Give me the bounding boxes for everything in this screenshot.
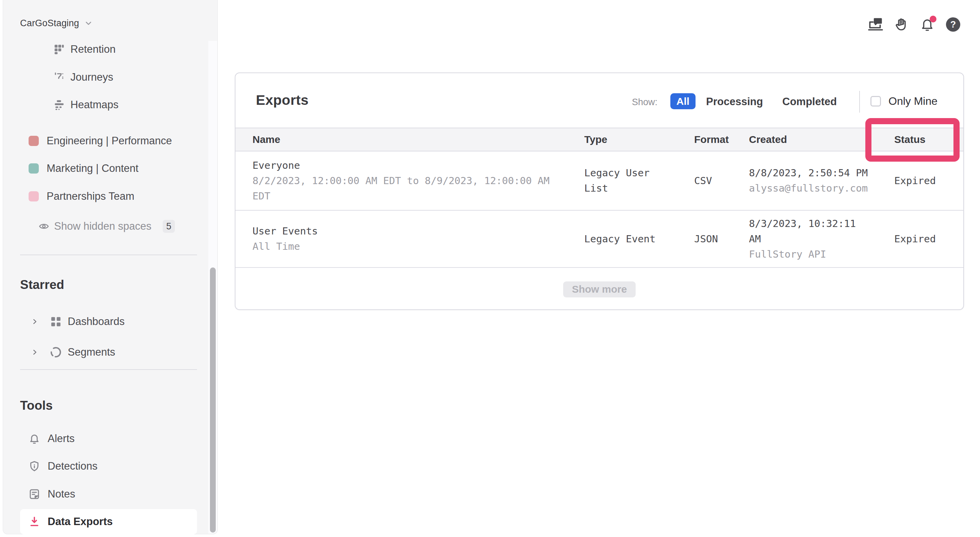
sidebar-item-label: Detections [48,460,97,472]
note-icon [28,488,40,500]
segments-icon [49,346,63,359]
table-row: Everyone 8/2/2023, 12:00:00 AM EDT to 8/… [235,151,963,210]
sidebar-item-label: Alerts [48,432,75,445]
cell-created: 8/8/2023, 2:50:54 PM alyssa@fullstory.co… [749,166,871,196]
workspace-name: CarGoStaging [20,18,79,29]
download-icon [28,516,40,528]
sidebar-item-label: Dashboards [68,316,124,328]
help-icon: ? [946,18,960,32]
sidebar-item-segments[interactable]: Segments [20,344,197,360]
sidebar-item-label: Journeys [70,71,113,83]
cell-name: Everyone 8/2/2023, 12:00:00 AM EDT to 8/… [253,158,560,204]
notification-dot [930,16,937,22]
raise-hand-button[interactable] [893,15,910,34]
help-button[interactable]: ? [945,15,962,34]
cell-name: User Events All Time [253,223,560,254]
sidebar-divider [20,369,197,370]
column-header-type: Type [584,134,608,145]
workspace-switcher[interactable]: CarGoStaging [20,16,93,30]
show-hidden-label: Show hidden spaces [54,220,151,233]
sidebar-space-marketing-content[interactable]: Marketing | Content [20,161,197,176]
space-label: Engineering | Performance [47,135,172,147]
only-mine-checkbox[interactable] [870,96,881,107]
space-color-swatch [29,163,39,174]
sidebar-divider [20,255,197,255]
sidebar-item-label: Heatmaps [70,99,118,111]
journeys-icon [53,71,66,84]
cell-format: CSV [694,173,712,188]
filter-divider [859,91,860,113]
chevron-down-icon [84,19,93,27]
space-color-swatch [29,191,39,201]
app-root: CarGoStaging Retention Journeys [0,0,980,537]
table-row: User Events All Time Legacy Event JSON 8… [235,210,963,267]
sidebar-item-detections[interactable]: Detections [20,458,197,474]
chevron-right-icon[interactable] [31,349,38,356]
sidebar-item-heatmaps[interactable]: Heatmaps [20,97,197,113]
sidebar-item-data-exports[interactable]: Data Exports [20,509,197,534]
column-header-status: Status [894,134,926,145]
starred-section-title: Starred [20,278,64,292]
show-more-button[interactable]: Show more [563,281,636,298]
table-footer: Show more [235,267,963,311]
exports-card: Exports Show: All Processing Completed O… [235,72,964,310]
page-title: Exports [256,92,309,108]
filter-processing[interactable]: Processing [706,96,763,108]
product-updates-button[interactable] [867,15,884,34]
laptop-chat-icon [867,16,884,33]
sidebar-item-journeys[interactable]: Journeys [20,69,197,85]
cell-status: Expired [894,173,936,188]
hand-icon [894,17,909,32]
cell-status: Expired [894,231,936,247]
show-hidden-spaces[interactable]: Show hidden spaces 5 [20,218,197,234]
cell-type: Legacy User List [584,166,668,196]
sidebar-item-label: Retention [70,43,116,56]
column-header-created: Created [749,134,787,145]
show-filter-label: Show: [632,97,657,108]
tools-section-title: Tools [20,398,53,413]
sidebar-item-label: Data Exports [48,516,113,528]
chevron-right-icon[interactable] [31,318,38,325]
sidebar-space-partnerships-team[interactable]: Partnerships Team [20,188,197,204]
sidebar-item-retention[interactable]: Retention [20,41,197,57]
filter-all[interactable]: All [670,93,695,109]
sidebar-item-label: Notes [48,488,75,500]
eye-icon [38,220,50,232]
dashboards-icon [49,315,63,328]
bell-icon [28,432,40,445]
heatmaps-icon [53,98,66,111]
column-header-name: Name [253,134,280,145]
sidebar-scrollbar-thumb[interactable] [210,268,216,532]
hidden-spaces-count-badge: 5 [163,220,175,233]
sidebar-item-label: Segments [68,346,115,359]
only-mine-label: Only Mine [888,95,937,108]
shield-icon [28,460,40,472]
filter-completed[interactable]: Completed [782,96,837,108]
retention-icon [53,43,66,56]
sidebar-space-engineering-performance[interactable]: Engineering | Performance [20,133,197,149]
cell-created: 8/3/2023, 10:32:11 AM FullStory API [749,216,871,262]
sidebar: CarGoStaging Retention Journeys [3,0,218,534]
cell-type: Legacy Event [584,231,668,247]
sidebar-item-notes[interactable]: Notes [20,486,197,502]
notifications-button[interactable] [919,15,936,34]
topbar-actions: ? [867,14,962,35]
space-color-swatch [29,136,39,146]
table-header: Name Type Format Created Status [235,127,963,151]
space-label: Marketing | Content [47,163,138,175]
space-label: Partnerships Team [47,190,134,202]
column-header-format: Format [694,134,729,145]
sidebar-item-alerts[interactable]: Alerts [20,431,197,446]
cell-format: JSON [694,231,718,247]
sidebar-item-dashboards[interactable]: Dashboards [20,314,197,330]
